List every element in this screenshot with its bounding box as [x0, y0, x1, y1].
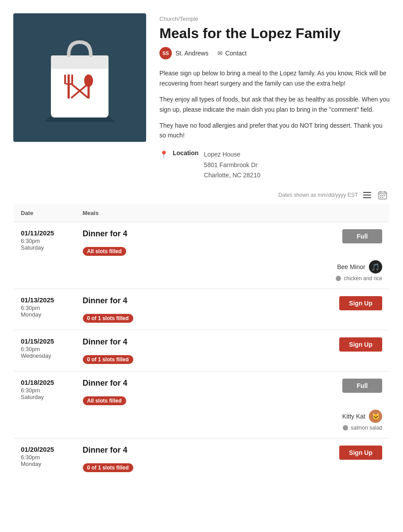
mail-icon: ✉	[217, 50, 223, 57]
calendar-icon	[378, 191, 387, 200]
status-badge: 0 of 1 slots filled	[83, 463, 133, 472]
contact-link[interactable]: ✉ Contact	[217, 50, 247, 57]
comment-text: chicken and rice	[344, 275, 382, 282]
list-view-button[interactable]	[361, 190, 373, 200]
calendar-view-button[interactable]	[376, 190, 389, 200]
meal-row-top: Dinner for 4 Full	[83, 229, 383, 243]
status-badge: 0 of 1 slots filled	[83, 355, 133, 364]
date-main: 01/13/2025	[21, 296, 69, 304]
date-main: 01/20/2025	[21, 446, 69, 453]
svg-rect-21	[382, 197, 384, 198]
page-wrapper: Church/Temple Meals for the Lopez Family…	[0, 0, 403, 532]
list-icon	[363, 191, 371, 199]
date-day: Monday	[21, 461, 69, 467]
header-meals: Meals	[76, 204, 390, 222]
description-1: Please sign up below to bring a meal to …	[159, 68, 390, 88]
category-label: Church/Temple	[159, 16, 390, 22]
table-section: Dates shown as mm/dd/yyyy EST	[0, 190, 403, 493]
meal-cell: Dinner for 4 Sign Up 0 of 1 slots filled	[76, 438, 390, 480]
signee-name: Bee Minor	[337, 263, 365, 270]
date-time: 6:30pm	[21, 454, 69, 461]
signup-button[interactable]: Sign Up	[339, 296, 382, 310]
header-section: Church/Temple Meals for the Lopez Family…	[0, 0, 403, 190]
date-time: 6:30pm	[21, 238, 69, 244]
meal-name: Dinner for 4	[83, 296, 128, 305]
date-main: 01/18/2025	[21, 379, 69, 386]
event-title: Meals for the Lopez Family	[159, 25, 390, 42]
location-label: Location	[173, 149, 198, 156]
meal-name: Dinner for 4	[83, 337, 128, 347]
date-cell: 01/11/2025 6:30pm Saturday	[14, 222, 76, 289]
svg-rect-2	[51, 55, 108, 69]
signup-button[interactable]: Sign Up	[339, 446, 382, 460]
signup-button[interactable]: Sign Up	[339, 337, 382, 352]
svg-rect-11	[363, 195, 371, 196]
table-controls: Dates shown as mm/dd/yyyy EST	[13, 190, 390, 200]
meal-cell: Dinner for 4 Sign Up 0 of 1 slots filled	[76, 289, 390, 330]
svg-rect-18	[382, 195, 384, 196]
date-main: 01/15/2025	[21, 337, 69, 345]
date-main: 01/11/2025	[21, 229, 69, 237]
table-row: 01/20/2025 6:30pm Monday Dinner for 4 Si…	[14, 438, 390, 480]
organizer-avatar: SS	[159, 47, 172, 59]
table-body: 01/11/2025 6:30pm Saturday Dinner for 4 …	[14, 222, 390, 480]
comment-dot	[343, 425, 348, 430]
date-time: 6:30pm	[21, 346, 69, 352]
signee-avatar: 🐱	[369, 410, 382, 423]
location-section: 📍 Location Lopez House 5801 Farmbrook Dr…	[159, 149, 390, 181]
svg-rect-10	[363, 192, 371, 193]
location-row: Location Lopez House 5801 Farmbrook Dr C…	[173, 149, 260, 181]
meal-name: Dinner for 4	[83, 446, 128, 455]
meal-cell: Dinner for 4 Sign Up 0 of 1 slots filled	[76, 330, 390, 372]
organizer-badge: SS St. Andrews	[159, 47, 209, 59]
table-row: 01/11/2025 6:30pm Saturday Dinner for 4 …	[14, 222, 390, 289]
status-badge: All slots filled	[83, 396, 126, 405]
header-date: Date	[14, 204, 76, 222]
status-badge: 0 of 1 slots filled	[83, 314, 133, 323]
comment-text: salmon salad	[351, 425, 382, 431]
full-button: Full	[342, 379, 382, 393]
date-time: 6:30pm	[21, 387, 69, 394]
table-row: 01/15/2025 6:30pm Wednesday Dinner for 4…	[14, 330, 390, 372]
date-cell: 01/13/2025 6:30pm Monday	[14, 289, 76, 330]
meal-name: Dinner for 4	[83, 379, 128, 388]
date-time: 6:30pm	[21, 305, 69, 311]
svg-rect-12	[363, 197, 371, 198]
date-cell: 01/18/2025 6:30pm Saturday	[14, 372, 76, 438]
date-cell: 01/15/2025 6:30pm Wednesday	[14, 330, 76, 372]
meal-row-top: Dinner for 4 Sign Up	[83, 337, 383, 352]
comment-row: salmon salad	[83, 425, 383, 431]
info-section: Church/Temple Meals for the Lopez Family…	[159, 13, 390, 181]
signee-row: Kitty Kat 🐱	[83, 410, 383, 423]
table-row: 01/13/2025 6:30pm Monday Dinner for 4 Si…	[14, 289, 390, 330]
meal-name: Dinner for 4	[83, 229, 128, 239]
date-day: Saturday	[21, 244, 69, 251]
contact-label: Contact	[225, 50, 247, 57]
date-day: Monday	[21, 311, 69, 318]
meal-row-top: Dinner for 4 Sign Up	[83, 296, 383, 310]
meal-cell: Dinner for 4 Full All slots filled Kitty…	[76, 372, 390, 438]
meal-row-top: Dinner for 4 Full	[83, 379, 383, 393]
dates-label: Dates shown as mm/dd/yyyy EST	[279, 192, 358, 198]
status-badge: All slots filled	[83, 247, 126, 256]
svg-rect-19	[384, 195, 385, 196]
table-header: Date Meals	[14, 204, 390, 222]
location-details: Lopez House 5801 Farmbrook Dr Charlotte,…	[204, 149, 260, 181]
comment-row: chicken and rice	[83, 275, 383, 282]
organizer-name: St. Andrews	[175, 50, 209, 57]
event-image	[13, 13, 146, 142]
svg-rect-17	[380, 195, 381, 196]
date-cell: 01/20/2025 6:30pm Monday	[14, 438, 76, 480]
description-2: They enjoy all types of foods, but ask t…	[159, 94, 390, 114]
date-day: Wednesday	[21, 352, 69, 359]
location-pin-icon: 📍	[159, 150, 168, 159]
location-address1: 5801 Farmbrook Dr	[204, 160, 260, 171]
organizer-row: SS St. Andrews ✉ Contact	[159, 47, 390, 59]
comment-dot	[336, 276, 341, 281]
signee-row: Bee Minor 🎵	[83, 260, 383, 274]
schedule-table: Date Meals 01/11/2025 6:30pm Saturday Di…	[13, 204, 390, 480]
full-button: Full	[342, 229, 382, 243]
table-row: 01/18/2025 6:30pm Saturday Dinner for 4 …	[14, 372, 390, 438]
location-name: Lopez House	[204, 149, 260, 160]
signee-name: Kitty Kat	[342, 413, 365, 420]
